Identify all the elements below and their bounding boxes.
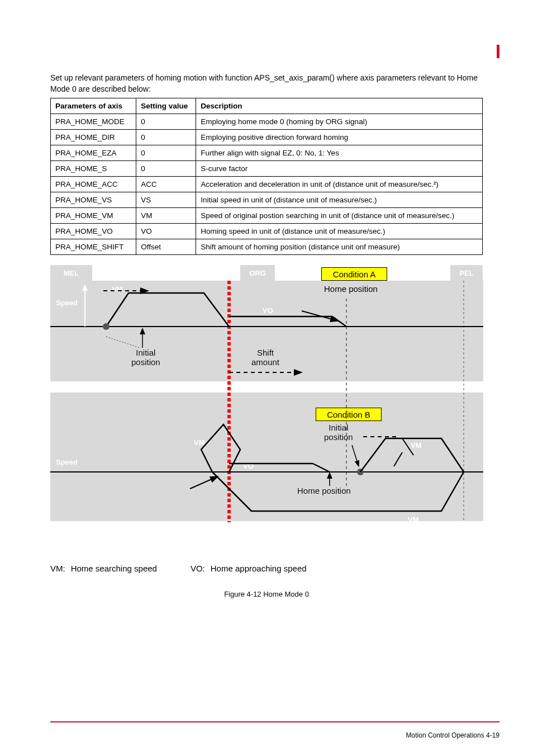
table-row: PRA_HOME_EZA0Further align with signal E… [51,145,483,161]
svg-line-22 [352,445,359,466]
svg-line-25 [190,476,218,489]
table-row: PRA_HOME_SHIFTOffsetShift amount of homi… [51,239,483,255]
svg-marker-5 [82,284,88,291]
intro-text: Set up relevant parameters of homing mot… [50,73,483,94]
table-row: PRA_HOME_VSVSInitial speed in unit of (d… [51,192,483,208]
svg-line-21 [394,452,402,466]
svg-point-7 [103,323,110,330]
table-row: PRA_HOME_S0S-curve factor [51,161,483,177]
svg-line-13 [106,337,140,348]
th-desc: Description [196,98,483,114]
th-value: Setting value [136,98,196,114]
svg-marker-24 [327,472,332,479]
legend-vm: VM:Home searching speed [50,564,157,573]
homing-figure: MEL ORG PEL Condition A Home position Co… [50,265,483,556]
figure-svg [50,265,483,528]
footer-text: Motion Control Operations 4-19 [406,731,499,739]
svg-line-20 [402,438,413,455]
svg-line-9 [332,316,346,327]
svg-line-18 [313,464,330,472]
table-row: PRA_HOME_VMVMSpeed of original postion s… [51,208,483,224]
table-row: PRA_HOME_DIR0Employing positive directio… [51,130,483,145]
table-row: PRA_HOME_ACCACCAcceleration and decelera… [51,177,483,192]
table-row: PRA_HOME_MODE0Employing home mode 0 (hom… [51,114,483,130]
figure-caption: Figure 4-12 Home Mode 0 [50,590,483,598]
red-accent-bar [497,45,499,58]
footer-rule [50,721,499,722]
legend: VM:Home searching speed VO:Home approach… [50,564,483,573]
svg-marker-12 [140,328,145,334]
table-row: PRA_HOME_VOVOHoming speed in unit of (di… [51,224,483,239]
legend-vo: VO:Home approaching speed [191,564,307,573]
th-param: Parameters of axis [51,98,136,114]
parameters-table: Parameters of axis Setting value Descrip… [50,98,483,255]
